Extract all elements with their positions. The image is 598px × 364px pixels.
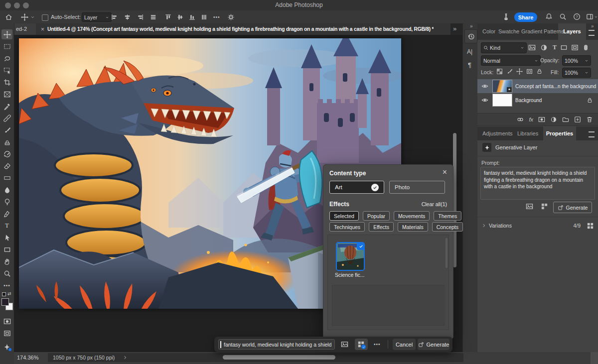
- link-layers-icon[interactable]: [517, 116, 524, 123]
- share-button[interactable]: Share: [514, 12, 537, 22]
- help-icon[interactable]: [573, 13, 581, 20]
- tab-swatches[interactable]: Swatche: [498, 23, 519, 40]
- tab-patterns[interactable]: Patterns: [544, 23, 564, 40]
- reference-image-icon[interactable]: [341, 341, 348, 348]
- content-type-button[interactable]: [355, 339, 368, 350]
- crop-tool[interactable]: [1, 77, 12, 87]
- auto-select-checkbox[interactable]: [42, 14, 48, 21]
- window-close-button[interactable]: [5, 2, 11, 8]
- tag-popular[interactable]: Popular: [363, 211, 390, 221]
- lasso-tool[interactable]: [1, 53, 12, 63]
- workspace-layout-icon[interactable]: [586, 13, 594, 20]
- move-tool[interactable]: [1, 29, 12, 39]
- marquee-tool[interactable]: [1, 41, 12, 51]
- window-zoom-button[interactable]: [23, 2, 29, 8]
- home-icon[interactable]: [5, 13, 12, 21]
- eyedropper-tool[interactable]: [1, 101, 12, 111]
- tab-adjustments[interactable]: Adjustments: [482, 126, 513, 140]
- layer-visibility-icon[interactable]: [481, 83, 488, 90]
- lock-position-icon[interactable]: [516, 68, 523, 75]
- align-top-icon[interactable]: [164, 13, 172, 21]
- prompt-textarea[interactable]: fantasy world, medieval knight holding a…: [480, 167, 595, 200]
- tag-movements[interactable]: Movements: [394, 211, 430, 221]
- generate-button[interactable]: Generate: [418, 339, 449, 350]
- new-layer-icon[interactable]: [574, 116, 581, 123]
- bell-icon[interactable]: [545, 13, 553, 20]
- filter-smart-objects-icon[interactable]: [571, 44, 579, 51]
- tag-themes[interactable]: Themes: [434, 211, 461, 221]
- reference-image-icon[interactable]: [526, 203, 533, 210]
- variations-grid-icon[interactable]: [587, 222, 594, 230]
- move-tool-preset-icon[interactable]: [21, 13, 28, 21]
- gear-icon[interactable]: [227, 13, 235, 21]
- clear-all-link[interactable]: Clear all(1): [422, 201, 447, 207]
- tab-properties[interactable]: Properties: [543, 126, 576, 140]
- tag-materials[interactable]: Materials: [398, 222, 428, 232]
- edit-toolbar-icon[interactable]: •••: [1, 280, 12, 290]
- prompt-input[interactable]: [218, 339, 335, 350]
- history-panel-icon[interactable]: [464, 29, 477, 43]
- history-brush-tool[interactable]: [1, 149, 12, 159]
- panel-collapse-icon[interactable]: »: [591, 23, 594, 29]
- close-tab-icon[interactable]: ×: [41, 26, 44, 33]
- zoom-level[interactable]: 174.36%: [17, 355, 38, 361]
- clone-stamp-tool[interactable]: [1, 137, 12, 147]
- align-left-icon[interactable]: [111, 13, 118, 21]
- hand-tool[interactable]: [1, 256, 12, 266]
- content-type-art-button[interactable]: Art: [329, 181, 384, 194]
- object-selection-tool[interactable]: [1, 65, 12, 75]
- quick-mask-icon[interactable]: [1, 316, 12, 326]
- canvas-horizontal-scrollbar[interactable]: [223, 355, 335, 360]
- layer-row-generative[interactable]: ✦ Concept art fanta...n the background: [477, 79, 598, 93]
- layer-thumbnail[interactable]: [492, 94, 512, 107]
- adjustment-layer-icon[interactable]: [550, 116, 557, 123]
- lock-transparency-icon[interactable]: [496, 68, 503, 75]
- tab-document-previous[interactable]: ed-2: [14, 23, 37, 35]
- lock-all-icon[interactable]: [536, 68, 543, 75]
- window-minimize-button[interactable]: [14, 2, 20, 8]
- blend-mode-dropdown[interactable]: Normal: [481, 55, 541, 66]
- search-icon[interactable]: [559, 13, 567, 20]
- gradient-tool[interactable]: [1, 173, 12, 183]
- fill-value[interactable]: 100%: [562, 68, 591, 78]
- panel-menu-icon[interactable]: [589, 30, 595, 36]
- filter-pixel-layers-icon[interactable]: [528, 44, 536, 51]
- chevron-down-icon[interactable]: [30, 15, 35, 19]
- generate-button[interactable]: Generate: [553, 202, 592, 213]
- paragraph-panel-icon[interactable]: ¶: [468, 61, 471, 69]
- type-tool[interactable]: T: [1, 221, 12, 231]
- align-bottom-icon[interactable]: [188, 13, 196, 21]
- brush-tool[interactable]: [1, 125, 12, 135]
- lock-pixels-icon[interactable]: [506, 68, 513, 75]
- distribute-horizontal-icon[interactable]: [150, 13, 157, 21]
- align-center-horizontal-icon[interactable]: [124, 13, 131, 21]
- layer-row-background[interactable]: Background: [477, 93, 598, 107]
- chevron-down-icon[interactable]: [594, 15, 598, 19]
- filter-type-layers-icon[interactable]: T: [553, 44, 557, 51]
- chevron-right-icon[interactable]: [123, 355, 128, 360]
- rectangle-tool[interactable]: [1, 244, 12, 254]
- character-panel-icon[interactable]: A|: [467, 48, 472, 55]
- filter-toggle-icon[interactable]: [584, 45, 588, 50]
- layer-thumbnail[interactable]: ✦: [492, 80, 512, 93]
- delete-layer-icon[interactable]: [586, 116, 593, 123]
- align-middle-vertical-icon[interactable]: [176, 13, 184, 21]
- flask-icon[interactable]: [502, 13, 510, 20]
- panel-menu-icon[interactable]: [589, 131, 595, 137]
- tag-concepts[interactable]: Concepts: [432, 222, 463, 232]
- canvas-vertical-scrollbar[interactable]: [453, 133, 456, 267]
- swap-colors-icon[interactable]: ⇄: [7, 291, 11, 296]
- distribute-vertical-icon[interactable]: [200, 13, 208, 21]
- tag-selected[interactable]: Selected: [329, 211, 359, 221]
- default-colors-icon[interactable]: [2, 292, 6, 296]
- tab-gradients[interactable]: Gradient: [521, 23, 542, 40]
- layer-visibility-icon[interactable]: [481, 97, 488, 104]
- filter-shape-layers-icon[interactable]: [560, 44, 568, 51]
- variations-row[interactable]: Variations 4/9: [481, 221, 594, 231]
- foreground-background-colors[interactable]: [1, 298, 12, 310]
- layer-filter-dropdown[interactable]: Kind: [481, 42, 527, 53]
- healing-brush-tool[interactable]: [1, 113, 12, 123]
- generative-fill-icon[interactable]: [1, 342, 12, 352]
- opacity-value[interactable]: 100%: [562, 55, 591, 66]
- tab-document-active[interactable]: × Untitled-4 @ 174% (Concept art fantasy…: [36, 23, 450, 35]
